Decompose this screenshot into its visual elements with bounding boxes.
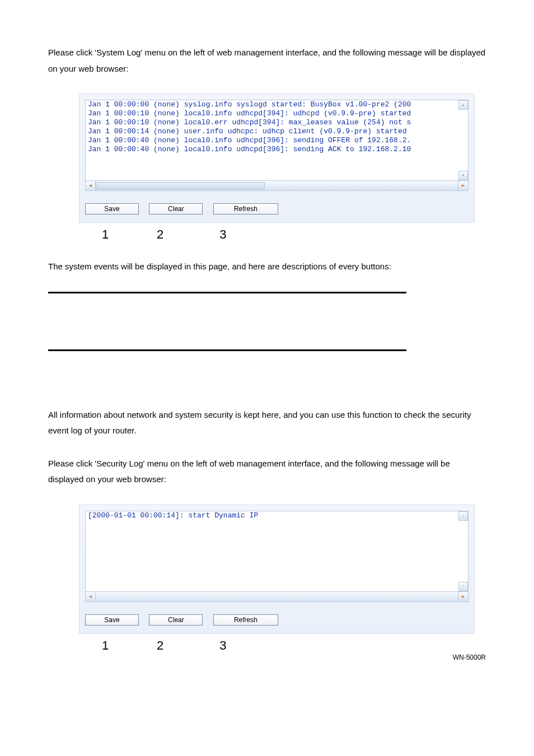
num-2: 2 — [139, 227, 181, 242]
num-3: 3 — [196, 638, 249, 653]
save-button[interactable]: Save — [85, 203, 139, 214]
security-intro-2: Please click 'Security Log' menu on the … — [48, 456, 486, 488]
scroll-right-icon[interactable]: ▸ — [458, 181, 468, 190]
page: Please click 'System Log' menu on the le… — [0, 0, 534, 675]
horizontal-scrollbar[interactable]: ◂ ▸ — [85, 181, 469, 191]
scroll-thumb[interactable] — [96, 182, 265, 189]
intro-paragraph-1: Please click 'System Log' menu on the le… — [48, 45, 486, 77]
scroll-left-icon[interactable]: ◂ — [86, 592, 96, 601]
log-line: Jan 1 00:00:40 (none) local0.info udhcpd… — [86, 145, 468, 154]
log-line: Jan 1 00:00:10 (none) local0.info udhcpd… — [86, 109, 468, 118]
system-log-panel: Jan 1 00:00:00 (none) syslog.info syslog… — [79, 94, 475, 223]
refresh-button[interactable]: Refresh — [213, 203, 278, 214]
log-line: Jan 1 00:00:40 (none) local0.info udhcpd… — [86, 136, 468, 145]
horizontal-scrollbar[interactable]: ◂ ▸ — [85, 592, 469, 602]
footer-model: WN-5000R — [453, 654, 486, 661]
button-row: Save Clear Refresh — [85, 203, 469, 214]
log-line: Jan 1 00:00:10 (none) local0.err udhcpd[… — [86, 118, 468, 127]
security-intro-1: All information about network and system… — [48, 407, 486, 439]
scroll-left-icon[interactable]: ◂ — [86, 181, 96, 190]
num-1: 1 — [85, 227, 126, 242]
button-row: Save Clear Refresh — [85, 614, 469, 626]
num-1: 1 — [85, 638, 126, 653]
save-button[interactable]: Save — [85, 614, 139, 626]
security-log-textbox[interactable]: [2000-01-01 00:00:14]: start Dynamic IP … — [85, 511, 469, 592]
num-2: 2 — [139, 638, 181, 653]
scroll-down-icon[interactable]: ▾ — [458, 171, 468, 180]
scroll-up-icon[interactable]: ▴ — [458, 511, 468, 521]
refresh-button[interactable]: Refresh — [213, 614, 278, 626]
num-3: 3 — [196, 227, 249, 242]
security-log-panel: [2000-01-01 00:00:14]: start Dynamic IP … — [79, 505, 475, 634]
system-log-textbox[interactable]: Jan 1 00:00:00 (none) syslog.info syslog… — [85, 100, 469, 181]
scroll-down-icon[interactable]: ▾ — [458, 582, 468, 591]
scroll-up-icon[interactable]: ▴ — [458, 100, 468, 110]
clear-button[interactable]: Clear — [149, 203, 203, 214]
clear-button[interactable]: Clear — [149, 614, 203, 626]
log-line: Jan 1 00:00:00 (none) syslog.info syslog… — [86, 100, 468, 109]
button-numbers: 1 2 3 — [79, 638, 486, 653]
log-line: Jan 1 00:00:14 (none) user.info udhcpc: … — [86, 127, 468, 136]
mid-paragraph: The system events will be displayed in t… — [48, 259, 486, 275]
log-line: [2000-01-01 00:00:14]: start Dynamic IP — [86, 511, 468, 520]
button-numbers: 1 2 3 — [79, 227, 486, 242]
scroll-right-icon[interactable]: ▸ — [458, 592, 468, 601]
